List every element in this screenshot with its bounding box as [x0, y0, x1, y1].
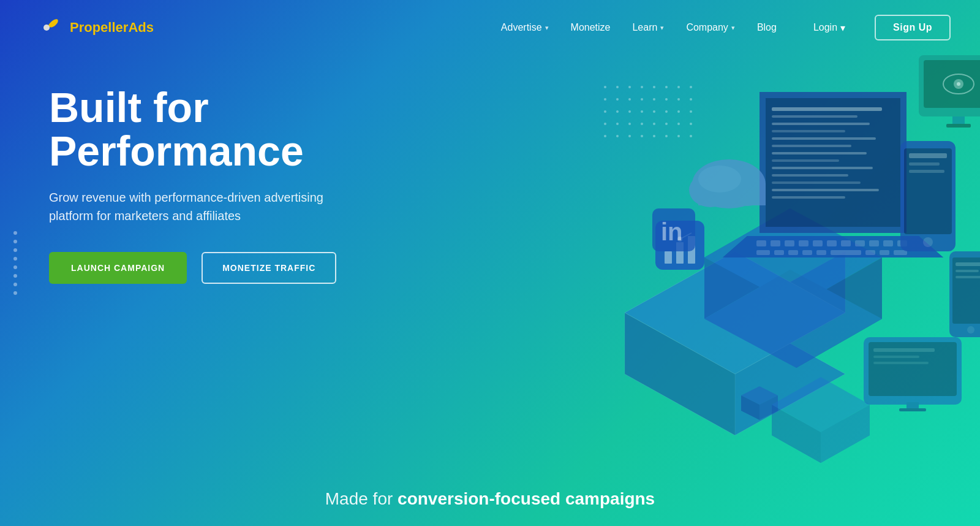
svg-rect-25: [756, 240, 766, 246]
svg-rect-81: [956, 270, 979, 272]
svg-rect-40: [816, 250, 826, 255]
svg-rect-88: [873, 362, 929, 364]
svg-point-91: [43, 25, 50, 31]
svg-point-68: [698, 166, 741, 192]
logo[interactable]: PropellerAds: [29, 10, 154, 45]
nav-blog-label: Blog: [757, 22, 777, 33]
login-button[interactable]: Login ▾: [813, 22, 845, 34]
svg-point-55: [957, 82, 960, 86]
svg-rect-10: [772, 107, 882, 111]
logo-text: PropellerAds: [70, 20, 154, 36]
svg-rect-34: [883, 240, 893, 246]
svg-rect-15: [772, 145, 851, 147]
svg-rect-31: [841, 240, 851, 246]
svg-rect-82: [956, 276, 980, 278]
header: PropellerAds Advertise ▾ Monetize Learn …: [0, 0, 980, 55]
svg-rect-80: [956, 262, 980, 266]
svg-point-83: [967, 326, 974, 334]
nav-advertise[interactable]: Advertise ▾: [501, 22, 549, 33]
nav-monetize-label: Monetize: [571, 22, 611, 33]
svg-rect-21: [772, 189, 879, 191]
svg-rect-79: [952, 257, 980, 324]
svg-rect-28: [799, 240, 809, 246]
svg-rect-32: [855, 240, 865, 246]
svg-rect-14: [772, 137, 876, 140]
login-label: Login: [813, 22, 837, 33]
nav-advertise-chevron: ▾: [545, 24, 549, 32]
svg-rect-38: [788, 250, 798, 255]
svg-rect-12: [772, 123, 870, 125]
svg-rect-19: [772, 174, 848, 177]
logo-name: Propeller: [70, 20, 128, 35]
svg-rect-87: [873, 356, 919, 358]
svg-rect-52: [924, 60, 980, 108]
launch-campaign-button[interactable]: LAUNCH CAMPAIGN: [49, 252, 187, 284]
svg-rect-18: [772, 167, 873, 169]
svg-rect-13: [772, 130, 845, 132]
nav-learn-label: Learn: [632, 22, 657, 33]
svg-rect-17: [772, 159, 839, 162]
hero-illustration: in: [502, 18, 980, 497]
svg-rect-36: [756, 250, 770, 255]
svg-rect-42: [865, 250, 875, 255]
nav-advertise-label: Advertise: [501, 22, 542, 33]
nav-company-label: Company: [686, 22, 728, 33]
hero-buttons: LAUNCH CAMPAIGN MONETIZE TRAFFIC: [49, 252, 355, 284]
hero-title-line2: Performance: [49, 128, 304, 174]
svg-rect-39: [802, 250, 812, 255]
svg-rect-48: [909, 162, 940, 166]
signup-label: Sign Up: [893, 22, 932, 32]
svg-rect-22: [772, 196, 845, 199]
svg-rect-27: [785, 240, 794, 246]
svg-rect-43: [880, 250, 889, 255]
hero-title-line1: Built for: [49, 84, 209, 131]
svg-rect-59: [665, 251, 672, 264]
nav-blog[interactable]: Blog: [757, 22, 777, 33]
monetize-traffic-button[interactable]: MONETIZE TRAFFIC: [202, 252, 336, 284]
main-nav: Advertise ▾ Monetize Learn ▾ Company ▾ B…: [501, 15, 951, 40]
svg-text:in: in: [661, 218, 683, 245]
svg-rect-30: [827, 240, 837, 246]
svg-point-50: [923, 237, 933, 247]
svg-rect-46: [904, 148, 952, 234]
svg-rect-86: [873, 348, 935, 352]
side-dots-decoration: [13, 231, 17, 295]
svg-rect-89: [907, 402, 919, 408]
signup-button[interactable]: Sign Up: [875, 15, 951, 40]
hero-title: Built for Performance: [49, 86, 355, 173]
logo-icon: [29, 10, 64, 45]
svg-rect-56: [952, 116, 965, 124]
launch-campaign-label: LAUNCH CAMPAIGN: [71, 263, 165, 273]
bottom-text-normal: Made for: [325, 489, 398, 508]
login-chevron: ▾: [840, 22, 845, 34]
svg-rect-37: [774, 250, 784, 255]
svg-rect-11: [772, 115, 858, 118]
svg-rect-20: [772, 181, 861, 184]
nav-company[interactable]: Company ▾: [686, 22, 734, 33]
svg-rect-49: [909, 170, 944, 173]
svg-rect-16: [772, 152, 867, 154]
svg-rect-41: [831, 250, 861, 255]
svg-rect-57: [946, 124, 971, 128]
svg-rect-47: [909, 153, 947, 158]
svg-rect-29: [813, 240, 823, 246]
nav-learn[interactable]: Learn ▾: [632, 22, 664, 33]
nav-learn-chevron: ▾: [660, 24, 664, 32]
svg-rect-33: [869, 240, 879, 246]
monetize-traffic-label: MONETIZE TRAFFIC: [222, 263, 315, 273]
nav-company-chevron: ▾: [731, 24, 735, 32]
hero-content: Built for Performance Grow revenue with …: [0, 0, 355, 489]
logo-accent: Ads: [128, 20, 154, 35]
nav-monetize[interactable]: Monetize: [571, 22, 611, 33]
svg-rect-90: [899, 408, 926, 411]
hero-subtitle: Grow revenue with performance-driven adv…: [49, 188, 331, 225]
svg-rect-26: [771, 240, 780, 246]
